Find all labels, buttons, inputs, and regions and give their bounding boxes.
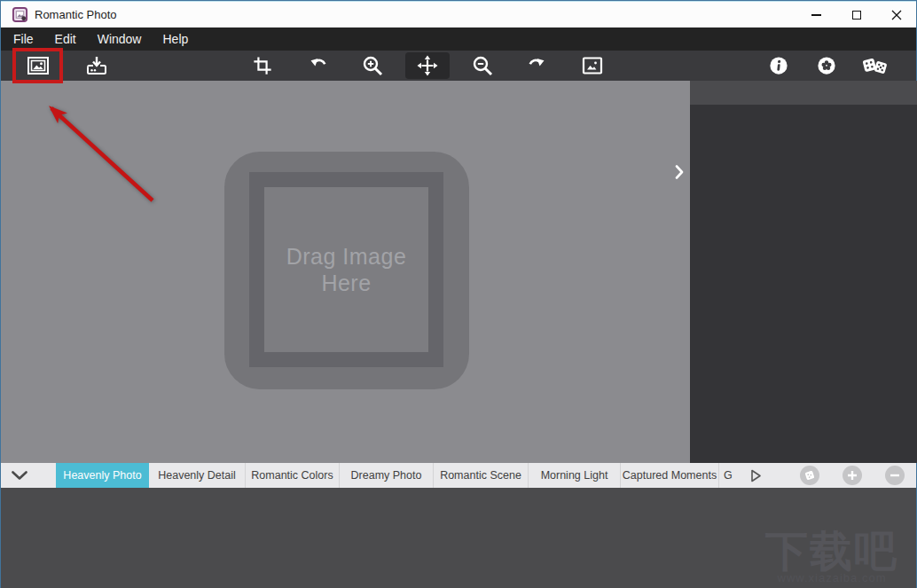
window-controls [796, 2, 916, 28]
drop-zone-label: Drag Image Here [269, 243, 424, 297]
tab-romantic-scene[interactable]: Romantic Scene [434, 463, 529, 488]
tab-romantic-colors[interactable]: Romantic Colors [246, 463, 340, 488]
preview-image-icon [582, 56, 603, 75]
menu-window[interactable]: Window [87, 27, 153, 51]
drop-frame: Drag Image Here [249, 172, 443, 367]
preset-tab-bar: Heavenly Photo Heavenly Detail Romantic … [1, 463, 916, 488]
plus-icon [847, 470, 858, 481]
zoom-out-icon [472, 55, 493, 76]
tab-overflow-partial[interactable]: G [719, 463, 741, 488]
app-window: Romantic Photo File Edit Window Help [0, 0, 917, 588]
chevron-down-icon [12, 471, 27, 481]
toolbar [1, 51, 916, 81]
info-icon [769, 56, 788, 75]
tab-heavenly-photo[interactable]: Heavenly Photo [56, 463, 149, 488]
add-preset-button[interactable] [843, 466, 862, 485]
rotate-right-icon [527, 56, 548, 75]
annotation-highlight-box [12, 48, 63, 83]
rotate-left-button[interactable] [300, 52, 335, 79]
zoom-in-icon [362, 55, 383, 76]
crop-tool-button[interactable] [245, 52, 280, 79]
minimize-icon [811, 14, 821, 16]
image-drop-zone[interactable]: Drag Image Here [224, 152, 469, 389]
next-arrow-icon [750, 469, 762, 482]
minimize-button[interactable] [796, 2, 836, 28]
rotate-left-icon [307, 56, 328, 75]
random-preset-button[interactable] [800, 466, 819, 485]
dice-icon [862, 55, 889, 76]
preset-controls [800, 463, 916, 488]
tab-heavenly-detail[interactable]: Heavenly Detail [149, 463, 246, 488]
info-button[interactable] [761, 52, 796, 79]
title-bar: Romantic Photo [1, 1, 916, 27]
preset-preview-panel: 下载吧 www.xiazaiba.com [1, 488, 916, 588]
move-icon [417, 55, 438, 76]
random-die-icon [803, 469, 816, 482]
tab-captured-moments[interactable]: Captured Moments [621, 463, 719, 488]
menu-bar: File Edit Window Help [1, 27, 916, 51]
tab-morning-light[interactable]: Morning Light [529, 463, 621, 488]
preview-image-button[interactable] [575, 52, 610, 79]
minus-icon [890, 470, 900, 481]
chevron-right-icon [675, 165, 684, 179]
watermark-text: 下载吧 [765, 530, 898, 573]
maximize-button[interactable] [836, 2, 876, 28]
next-tabs-button[interactable] [741, 463, 771, 488]
close-icon [891, 10, 902, 20]
randomize-button[interactable] [855, 52, 896, 79]
settings-panel-header [690, 81, 917, 105]
zoom-out-button[interactable] [465, 52, 500, 79]
close-button[interactable] [876, 2, 916, 28]
panel-toggle-button[interactable] [670, 163, 688, 181]
maximize-icon [852, 11, 861, 20]
watermark-url: www.xiazaiba.com [765, 571, 898, 584]
crop-icon [253, 56, 272, 75]
move-tool-button[interactable] [405, 52, 450, 79]
menu-help[interactable]: Help [152, 27, 199, 51]
import-image-button[interactable] [79, 52, 114, 79]
tab-dreamy-photo[interactable]: Dreamy Photo [340, 463, 434, 488]
effects-button[interactable] [809, 52, 844, 79]
remove-preset-button[interactable] [885, 466, 905, 485]
canvas-area: Drag Image Here [1, 81, 690, 463]
watermark: 下载吧 www.xiazaiba.com [765, 530, 898, 584]
rotate-right-button[interactable] [520, 52, 555, 79]
effects-flower-icon [817, 56, 836, 75]
zoom-in-button[interactable] [355, 52, 390, 79]
window-title: Romantic Photo [35, 8, 117, 21]
collapse-presets-button[interactable] [1, 463, 56, 488]
import-image-icon [85, 55, 108, 76]
app-icon [12, 7, 27, 22]
settings-panel [690, 81, 917, 463]
